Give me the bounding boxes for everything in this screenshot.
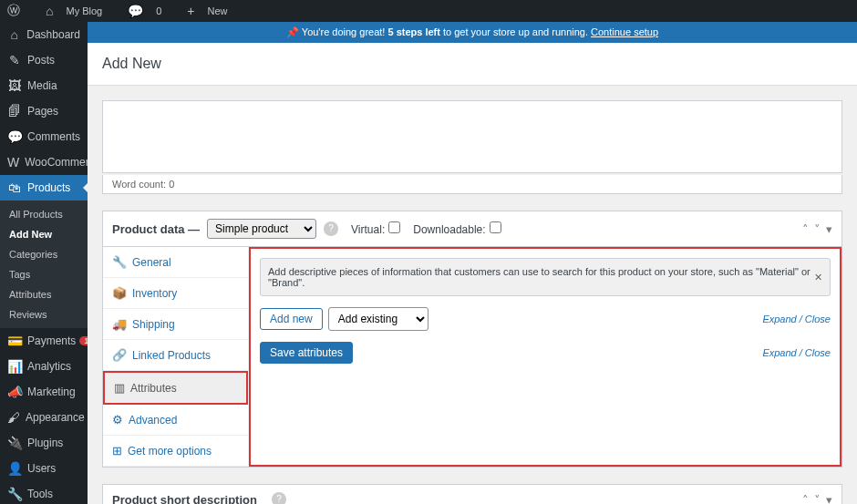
setup-banner: 📌 You're doing great! 5 steps left to ge… (88, 22, 857, 43)
tab-attributes[interactable]: ▥Attributes (103, 371, 248, 405)
products-submenu: All Products Add New Categories Tags Att… (0, 201, 88, 328)
pin-icon: ✎ (7, 53, 22, 67)
tab-shipping[interactable]: 🚚Shipping (103, 309, 248, 340)
dashboard-icon: ⌂ (7, 27, 21, 42)
woo-icon: W (7, 155, 19, 170)
product-data-box: Product data — Simple product ? Virtual:… (102, 211, 842, 468)
advanced-icon: ⚙ (112, 413, 123, 427)
menu-woocommerce[interactable]: WWooCommerce (0, 149, 88, 175)
menu-dashboard[interactable]: ⌂Dashboard (0, 22, 88, 47)
tab-general[interactable]: 🔧General (103, 247, 248, 278)
short-description-box: Product short description ? ˄ ˅ ▾ 🖼 Add … (102, 484, 842, 504)
menu-media[interactable]: 🖼Media (0, 73, 88, 98)
short-desc-title: Product short description (112, 493, 257, 505)
pages-icon: 🗐 (7, 104, 22, 118)
tab-linked-products[interactable]: 🔗Linked Products (103, 340, 248, 371)
toggle-sort-icon[interactable]: ▾ (826, 222, 832, 236)
product-type-select[interactable]: Simple product (207, 219, 316, 239)
menu-users[interactable]: 👤Users (0, 456, 88, 481)
menu-appearance[interactable]: 🖌Appearance (0, 405, 88, 430)
expand-close-link-2[interactable]: Expand / Close (762, 347, 831, 358)
menu-pages[interactable]: 🗐Pages (0, 98, 88, 124)
toggle-up-icon[interactable]: ˄ (802, 493, 809, 505)
toggle-sort-icon[interactable]: ▾ (826, 493, 832, 505)
comments-link[interactable]: 💬0 (128, 4, 174, 18)
sub-categories[interactable]: Categories (0, 244, 88, 264)
more-icon: ⊞ (112, 444, 122, 458)
tab-advanced[interactable]: ⚙Advanced (103, 405, 248, 436)
sub-tags[interactable]: Tags (0, 264, 88, 284)
users-icon: 👤 (7, 461, 22, 476)
payments-badge: 1 (79, 336, 88, 345)
page-header: Add New (88, 43, 857, 86)
add-new-button[interactable]: Add new (260, 308, 323, 330)
downloadable-checkbox[interactable] (490, 221, 501, 233)
sub-all-products[interactable]: All Products (0, 204, 88, 224)
continue-setup-link[interactable]: Continue setup (591, 26, 658, 37)
admin-toolbar: ⓦ ⌂My Blog 💬0 +New (0, 0, 857, 22)
products-icon: 🛍 (7, 180, 22, 195)
product-data-title: Product data — (112, 222, 200, 236)
menu-analytics[interactable]: 📊Analytics (0, 354, 88, 379)
info-message: Add descriptive pieces of information th… (260, 258, 831, 296)
expand-close-link[interactable]: Expand / Close (762, 314, 831, 324)
add-existing-select[interactable]: Add existing (328, 307, 428, 331)
menu-tools[interactable]: 🔧Tools (0, 481, 88, 504)
editor-status: Word count: 0 (102, 175, 842, 194)
main-editor[interactable] (102, 100, 842, 173)
toggle-down-icon[interactable]: ˅ (814, 493, 821, 505)
dismiss-info-icon[interactable]: ✕ (814, 272, 822, 283)
menu-payments[interactable]: 💳Payments1 (0, 328, 88, 354)
new-link[interactable]: +New (187, 4, 240, 18)
menu-comments[interactable]: 💬Comments (0, 124, 88, 149)
content-area: 📌 You're doing great! 5 steps left to ge… (88, 22, 857, 504)
analytics-icon: 📊 (7, 359, 22, 374)
help-icon[interactable]: ? (324, 221, 338, 236)
tab-inventory[interactable]: 📦Inventory (103, 278, 248, 309)
sub-attributes[interactable]: Attributes (0, 284, 88, 304)
payments-icon: 💳 (7, 334, 22, 348)
virtual-checkbox[interactable] (388, 221, 400, 233)
marketing-icon: 📣 (7, 385, 22, 399)
shipping-icon: 🚚 (112, 317, 127, 331)
virtual-label: Virtual: (351, 221, 400, 236)
menu-plugins[interactable]: 🔌Plugins (0, 430, 88, 456)
media-icon: 🖼 (7, 78, 22, 93)
inventory-icon: 📦 (112, 286, 127, 300)
attributes-icon: ▥ (114, 381, 125, 395)
plugins-icon: 🔌 (7, 436, 22, 450)
site-link[interactable]: ⌂My Blog (46, 4, 115, 18)
comments-icon: 💬 (7, 129, 22, 144)
toggle-up-icon[interactable]: ˄ (802, 222, 809, 236)
sub-add-new[interactable]: Add New (0, 224, 88, 244)
linked-icon: 🔗 (112, 348, 127, 362)
tab-get-more[interactable]: ⊞Get more options (103, 436, 248, 467)
menu-products[interactable]: 🛍Products (0, 175, 88, 201)
help-icon[interactable]: ? (272, 492, 286, 504)
product-data-tabs: 🔧General 📦Inventory 🚚Shipping 🔗Linked Pr… (103, 247, 249, 467)
menu-marketing[interactable]: 📣Marketing (0, 379, 88, 405)
save-attributes-button[interactable]: Save attributes (260, 342, 353, 364)
menu-posts[interactable]: ✎Posts (0, 47, 88, 73)
tools-icon: 🔧 (7, 487, 22, 501)
admin-sidebar: ⌂Dashboard ✎Posts 🖼Media 🗐Pages 💬Comment… (0, 22, 88, 504)
page-title: Add New (102, 56, 842, 72)
downloadable-label: Downloadable: (413, 221, 501, 236)
attributes-panel: Add descriptive pieces of information th… (249, 247, 842, 467)
appearance-icon: 🖌 (7, 410, 20, 425)
product-data-header: Product data — Simple product ? Virtual:… (103, 211, 842, 247)
sub-reviews[interactable]: Reviews (0, 304, 88, 324)
wp-logo[interactable]: ⓦ (7, 3, 33, 19)
toggle-down-icon[interactable]: ˅ (814, 222, 821, 236)
general-icon: 🔧 (112, 255, 127, 269)
